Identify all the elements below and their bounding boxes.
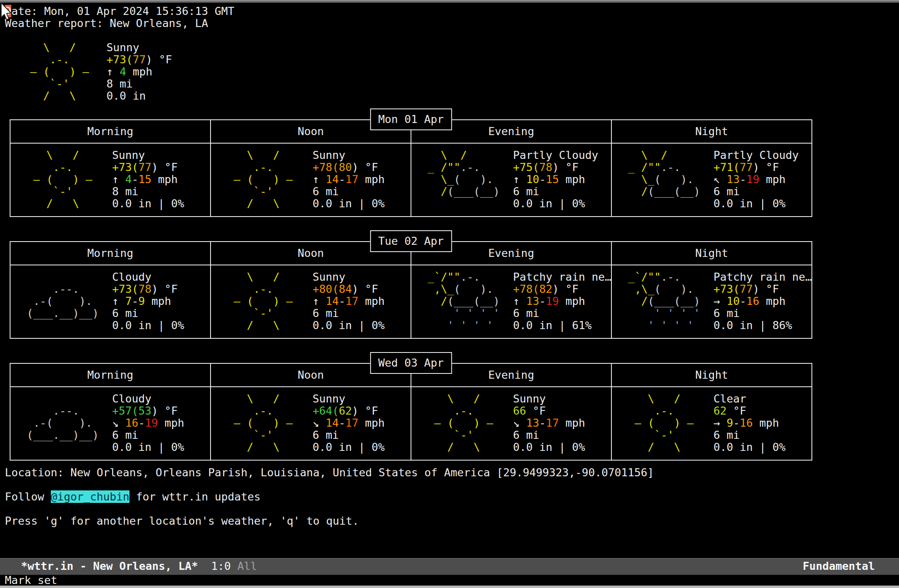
current-weather-icon: \ / .-. ― ( ) ― `-' / \ [5, 42, 106, 102]
keyhint-line: Press 'g' for another location's weather… [5, 515, 899, 527]
date-text: ate: Mon, 01 Apr 2024 15:36:13 GMT [11, 5, 234, 17]
forecast-cell-noon: \ / .-. ― ( ) ― `-' / \ Sunny +64(62) °F… [211, 387, 411, 460]
cursor-position: 1:0 [211, 560, 231, 572]
footer: Location: New Orleans, Orleans Parish, L… [5, 467, 899, 527]
follow-prefix: Follow [5, 490, 51, 503]
emacs-modeline[interactable]: *wttr.in - New Orleans, LA* 1:0 All Fund… [0, 558, 899, 575]
echo-area[interactable]: Mark set [0, 575, 899, 586]
forecast-tables: Mon 01 Apr Morning Noon Evening Night \ … [5, 119, 899, 461]
modeline-left: *wttr.in - New Orleans, LA* 1:0 All [0, 559, 257, 575]
condition-text: Sunny [313, 149, 411, 161]
weather-icon: .--. .-( ). (___.__)__) [10, 393, 112, 460]
forecast-day-table: Mon 01 Apr Morning Noon Evening Night \ … [10, 119, 812, 217]
emacs-buffer: Date: Mon, 01 Apr 2024 15:36:13 GMT Weat… [0, 3, 899, 527]
condition-text: Patchy rain ne… [713, 271, 811, 283]
location-line: Location: New Orleans, Orleans Parish, L… [5, 467, 899, 479]
temperature-text: +71(77) °F [713, 161, 811, 173]
weather-icon: _`/"".-. ,\_( ). /(___(__) ' ' ' ' ' ' '… [612, 271, 713, 338]
precipitation-text: 0.0 in | 0% [112, 319, 210, 332]
condition-text: Sunny [313, 271, 411, 283]
condition-text: Cloudy [112, 271, 210, 283]
precipitation-text: 0.0 in | 0% [313, 441, 411, 453]
period-header-morning: Morning [10, 364, 211, 386]
wind-text: ↑ 7-9 mph [112, 295, 210, 307]
wind-text: ↘ 16-19 mph [112, 417, 210, 429]
visibility-text: 6 mi [313, 307, 411, 319]
weather-icon: \ / .-. ― ( ) ― `-' / \ [211, 271, 313, 338]
window-bottom-edge [0, 586, 899, 588]
period-header-night: Night [612, 364, 811, 386]
weather-icon: \ / .-. ― ( ) ― `-' / \ [612, 393, 713, 460]
follow-line: Follow @igor_chubin for wttr.in updates [5, 491, 899, 503]
condition-text: Patchy rain ne… [513, 271, 611, 283]
buffer-name: *wttr.in - New Orleans, LA* [21, 560, 198, 572]
wind-text: ↑ 14-17 mph [313, 173, 411, 186]
temperature-text: +78(80) °F [313, 161, 411, 173]
condition-text: Clear [713, 393, 811, 405]
forecast-cell-night: \ / _ /"".-. \_( ). /(___(__) Partly Clo… [612, 144, 811, 216]
day-label: Mon 01 Apr [370, 108, 452, 130]
visibility-text: 6 mi [112, 429, 210, 441]
condition-text: Partly Cloudy [513, 149, 611, 161]
period-header-morning: Morning [10, 242, 211, 265]
period-header-night: Night [612, 242, 811, 265]
temperature-text: +73(77) °F [106, 54, 172, 66]
forecast-day-table: Wed 03 Apr Morning Noon Evening Night .-… [10, 363, 812, 461]
visibility-text: 6 mi [513, 307, 611, 319]
report-title: Weather report: New Orleans, LA [5, 17, 899, 29]
temperature-text: +64(62) °F [313, 405, 411, 417]
precipitation-text: 0.0 in [106, 90, 172, 102]
forecast-cell-evening: _`/"".-. ,\_( ). /(___(__) ' ' ' ' ' ' '… [411, 265, 612, 338]
weather-icon: \ / .-. ― ( ) ― `-' / \ [211, 149, 313, 216]
precipitation-text: 0.0 in | 0% [112, 198, 210, 210]
wind-text: ↑ 10-15 mph [513, 173, 611, 186]
precipitation-text: 0.0 in | 0% [513, 441, 611, 453]
forecast-cell-night: _`/"".-. ,\_( ). /(___(__) ' ' ' ' ' ' '… [612, 265, 811, 338]
day-label: Tue 02 Apr [370, 230, 452, 252]
period-header-night: Night [612, 120, 811, 143]
twitter-handle[interactable]: @igor_chubin [51, 490, 129, 503]
forecast-cell-evening: \ / _ /"".-. \_( ). /(___(__) Partly Clo… [411, 144, 612, 216]
wind-text: ↘ 14-17 mph [313, 417, 411, 429]
visibility-text: 6 mi [313, 186, 411, 198]
temperature-text: +73(77) °F [713, 283, 811, 295]
wind-text: ↑ 4-15 mph [112, 173, 210, 186]
visibility-text: 6 mi [713, 429, 811, 441]
weather-icon: \ / _ /"".-. \_( ). /(___(__) [411, 149, 513, 216]
period-header-morning: Morning [10, 120, 211, 143]
wind-text: → 10-16 mph [713, 295, 811, 307]
precipitation-text: 0.0 in | 0% [112, 441, 210, 453]
precipitation-text: 0.0 in | 61% [513, 319, 611, 332]
wind-text: ↑ 13-19 mph [513, 295, 611, 307]
scroll-indicator: All [237, 560, 257, 572]
temperature-text: +57(53) °F [112, 405, 210, 417]
temperature-text: +73(78) °F [112, 283, 210, 295]
wind-text: ↘ 13-17 mph [513, 417, 611, 429]
precipitation-text: 0.0 in | 86% [713, 319, 811, 332]
major-mode: Fundamental [803, 559, 899, 575]
forecast-row: .--. .-( ). (___.__)__) Cloudy +57(53) °… [10, 387, 811, 460]
forecast-cell-night: \ / .-. ― ( ) ― `-' / \ Clear 62 °F → 9-… [612, 387, 811, 460]
weather-icon: _`/"".-. ,\_( ). /(___(__) ' ' ' ' ' ' '… [411, 271, 513, 338]
visibility-text: 6 mi [713, 307, 811, 319]
visibility-text: 6 mi [713, 186, 811, 198]
weather-icon: \ / .-. ― ( ) ― `-' / \ [211, 393, 313, 460]
weather-icon: \ / _ /"".-. \_( ). /(___(__) [612, 149, 713, 216]
forecast-cell-noon: \ / .-. ― ( ) ― `-' / \ Sunny +80(84) °F… [211, 265, 411, 338]
window-top-edge [0, 0, 899, 3]
forecast-cell-morning: .--. .-( ). (___.__)__) Cloudy +73(78) °… [10, 265, 211, 338]
temperature-text: 66 °F [513, 405, 611, 417]
temperature-text: +75(78) °F [513, 161, 611, 173]
wind-text: ↑ 14-17 mph [313, 295, 411, 307]
forecast-day-table: Tue 02 Apr Morning Noon Evening Night .-… [10, 241, 812, 339]
forecast-row: \ / .-. ― ( ) ― `-' / \ Sunny +73(77) °F… [10, 144, 811, 216]
precipitation-text: 0.0 in | 0% [713, 198, 811, 210]
visibility-text: 8 mi [112, 186, 210, 198]
condition-text: Cloudy [112, 393, 210, 405]
forecast-cell-morning: .--. .-( ). (___.__)__) Cloudy +57(53) °… [10, 387, 211, 460]
temperature-text: +78(82) °F [513, 283, 611, 295]
forecast-row: .--. .-( ). (___.__)__) Cloudy +73(78) °… [10, 265, 811, 338]
current-weather-text: Sunny +73(77) °F ↑ 4 mph 8 mi 0.0 in [106, 42, 172, 102]
forecast-cell-noon: \ / .-. ― ( ) ― `-' / \ Sunny +78(80) °F… [211, 144, 411, 216]
follow-suffix: for wttr.in updates [129, 490, 261, 503]
